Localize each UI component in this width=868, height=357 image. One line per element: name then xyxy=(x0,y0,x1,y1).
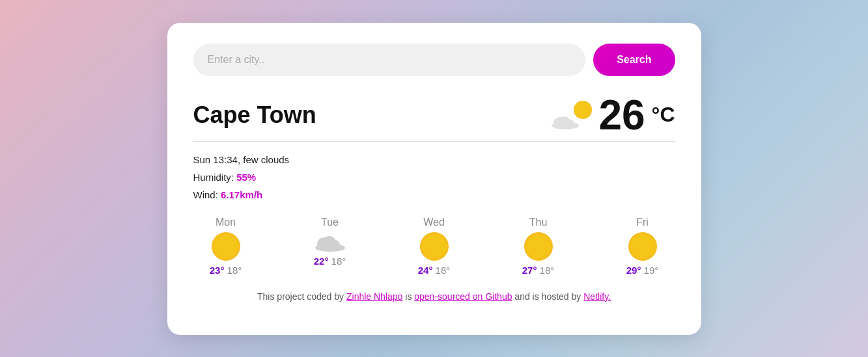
forecast-day-fri: Fri29° 19° xyxy=(610,217,675,276)
footer-text-before: This project coded by xyxy=(257,291,346,302)
weather-details: Sun 13:34, few clouds Humidity: 55% Wind… xyxy=(193,151,675,204)
forecast-low: 18° xyxy=(436,265,451,276)
search-input[interactable] xyxy=(193,44,586,76)
footer-text-after: and is hosted by xyxy=(512,291,583,302)
forecast-high: 24° xyxy=(418,265,433,276)
humidity-value: 55% xyxy=(236,172,256,183)
forecast-sun-icon xyxy=(420,232,449,261)
forecast-high: 23° xyxy=(210,265,225,276)
forecast-low: 19° xyxy=(644,265,659,276)
forecast-label: Fri xyxy=(636,217,649,228)
forecast-cloud-icon xyxy=(314,232,346,252)
day-time: Sun 13:34, few clouds xyxy=(193,151,675,168)
forecast-temps: 22° 18° xyxy=(314,256,346,267)
forecast-sun-icon xyxy=(524,232,553,261)
search-row: Search xyxy=(193,44,675,76)
forecast-label: Tue xyxy=(321,217,339,228)
forecast-label: Wed xyxy=(423,217,445,228)
forecast-temps: 24° 18° xyxy=(418,265,451,276)
city-name: Cape Town xyxy=(193,101,316,129)
forecast-label: Thu xyxy=(529,217,548,228)
search-button[interactable]: Search xyxy=(593,44,675,76)
temperature-unit: °C xyxy=(652,103,675,127)
forecast-day-mon: Mon23° 18° xyxy=(193,217,259,276)
footer-host-link[interactable]: Netlify. xyxy=(583,291,611,302)
forecast-high: 22° xyxy=(314,256,329,267)
humidity-row: Humidity: 55% xyxy=(193,168,675,186)
footer-github-link[interactable]: open-sourced on Github xyxy=(414,291,512,302)
city-temp-row: Cape Town 26°C xyxy=(193,94,675,136)
cloud-part xyxy=(550,112,580,129)
forecast-day-wed: Wed24° 18° xyxy=(402,217,467,276)
forecast-low: 18° xyxy=(540,265,555,276)
temperature-value: 26 xyxy=(598,94,645,136)
temperature-display: 26°C xyxy=(550,94,675,136)
wind-value: 6.17km/h xyxy=(221,189,262,200)
forecast-low: 18° xyxy=(331,256,346,267)
forecast-temps: 23° 18° xyxy=(210,265,242,276)
weather-icon-main xyxy=(550,99,592,131)
weather-card: Search Cape Town 26°C Sun 13:34, few clo… xyxy=(167,23,701,335)
divider xyxy=(193,141,675,142)
footer: This project coded by Zinhle Nhlapo is o… xyxy=(193,291,675,302)
footer-author-link[interactable]: Zinhle Nhlapo xyxy=(346,291,402,302)
forecast-row: Mon23° 18°Tue 22° 18°Wed24° 18°Thu27° 18… xyxy=(193,217,675,276)
forecast-temps: 29° 19° xyxy=(626,265,659,276)
forecast-label: Mon xyxy=(216,217,236,228)
forecast-temps: 27° 18° xyxy=(522,265,555,276)
forecast-high: 27° xyxy=(522,265,537,276)
forecast-high: 29° xyxy=(626,265,641,276)
wind-row: Wind: 6.17km/h xyxy=(193,186,675,204)
forecast-day-thu: Thu27° 18° xyxy=(506,217,571,276)
footer-text-middle: is xyxy=(402,291,414,302)
forecast-low: 18° xyxy=(227,265,242,276)
svg-point-7 xyxy=(324,236,335,246)
forecast-sun-icon xyxy=(212,232,240,261)
forecast-day-tue: Tue 22° 18° xyxy=(298,217,363,276)
svg-point-3 xyxy=(559,116,570,126)
forecast-sun-icon xyxy=(628,232,657,261)
